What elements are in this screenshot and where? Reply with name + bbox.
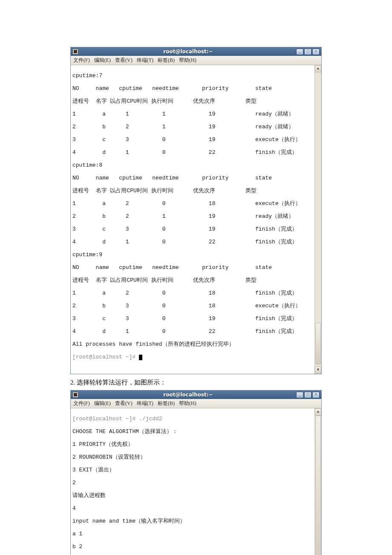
terminal-line: NO name cputime needtime priority state <box>72 175 313 181</box>
scroll-thumb[interactable] <box>315 323 321 365</box>
terminal-line: [root@localhost ~]# ./jcdd2 <box>72 416 313 422</box>
close-button[interactable]: × <box>312 392 320 398</box>
terminal-line: 1 a 2 0 18 execute（执行） <box>72 200 313 207</box>
menu-file[interactable]: 文件(F) <box>73 400 90 407</box>
close-button[interactable]: × <box>312 49 320 55</box>
terminal-line: cputime:7 <box>72 72 313 79</box>
terminal-line: NO name cputime needtime priority state <box>72 264 313 271</box>
window-controls: _ □ × <box>296 49 320 55</box>
menu-help[interactable]: 帮助(H) <box>179 400 196 407</box>
vertical-scrollbar[interactable]: ▲ ▼ <box>314 408 321 555</box>
terminal-line: 3 c 3 0 19 finish（完成） <box>72 315 313 322</box>
menu-terminal[interactable]: 终端(T) <box>137 57 153 64</box>
terminal-line: 2 b 2 1 19 ready（就绪） <box>72 124 313 130</box>
prompt-line: [root@localhost ~]# <box>72 354 313 360</box>
minimize-button[interactable]: _ <box>296 49 303 55</box>
vertical-scrollbar[interactable]: ▲ ▼ <box>314 65 321 374</box>
terminal-line: 4 d 1 0 22 finish（完成） <box>72 328 313 335</box>
scroll-thumb[interactable] <box>315 416 321 555</box>
caption-text: 2. 选择轮转算法运行，如图所示： <box>70 379 322 387</box>
terminal-line: cputime:9 <box>72 251 313 258</box>
titlebar[interactable]: root@localhost:~ _ □ × <box>71 47 321 56</box>
terminal-line: 2 ROUNDROBIN（设置轮转） <box>72 454 313 460</box>
terminal-line: 进程号 名字 以占用CPU时间 执行时间 优先次序 类型 <box>72 98 313 104</box>
terminal-line: 2 <box>72 480 313 486</box>
prompt: [root@localhost ~]# <box>72 354 139 360</box>
terminal-line: All processes have finished（所有的进程已经执行完毕） <box>72 341 313 347</box>
menu-tabs[interactable]: 标签(B) <box>158 57 175 64</box>
maximize-button[interactable]: □ <box>304 392 311 398</box>
terminal-line: 4 d 1 0 22 finish（完成） <box>72 149 313 156</box>
terminal-line: 请输入进程数 <box>72 492 313 499</box>
scroll-track[interactable] <box>315 72 321 367</box>
terminal-line: cputime:8 <box>72 162 313 168</box>
terminal-output[interactable]: [root@localhost ~]# ./jcdd2 CHOOSE THE A… <box>71 408 315 555</box>
terminal-window-1: root@localhost:~ _ □ × 文件(F) 编辑(E) 查看(V)… <box>70 47 322 374</box>
scroll-down-icon[interactable]: ▼ <box>315 367 321 374</box>
terminal-line: a 1 <box>72 531 313 537</box>
terminal-line: CHOOSE THE ALGORITHM（选择算法）： <box>72 428 313 435</box>
menu-edit[interactable]: 编辑(E) <box>94 400 111 407</box>
terminal-line: 1 a 2 0 18 finish（完成） <box>72 290 313 296</box>
terminal-line: b 2 <box>72 543 313 550</box>
menu-view[interactable]: 查看(V) <box>115 57 133 64</box>
terminal-line: input name and time（输入名字和时间） <box>72 518 313 524</box>
terminal-line: 1 PRIORITY（优先权） <box>72 441 313 448</box>
terminal-line: 3 c 3 0 19 execute（执行） <box>72 136 313 143</box>
scroll-up-icon[interactable]: ▲ <box>315 65 321 72</box>
minimize-button[interactable]: _ <box>296 392 303 398</box>
terminal-line: 4 <box>72 505 313 512</box>
window-controls: _ □ × <box>296 392 320 398</box>
menubar: 文件(F) 编辑(E) 查看(V) 终端(T) 标签(B) 帮助(H) <box>71 399 321 408</box>
terminal-line: 3 EXIT（退出） <box>72 467 313 473</box>
window-title: root@localhost:~ <box>80 392 296 398</box>
cursor-icon <box>139 355 142 360</box>
menu-help[interactable]: 帮助(H) <box>179 57 196 64</box>
terminal-line: 3 c 3 0 19 finish（完成） <box>72 226 313 232</box>
terminal-line: 2 b 2 1 19 ready（就绪） <box>72 213 313 220</box>
terminal-output[interactable]: cputime:7 NO name cputime needtime prior… <box>71 65 315 374</box>
maximize-button[interactable]: □ <box>304 49 311 55</box>
scroll-up-icon[interactable]: ▲ <box>315 408 321 416</box>
menu-tabs[interactable]: 标签(B) <box>158 400 175 407</box>
menu-edit[interactable]: 编辑(E) <box>94 57 111 64</box>
terminal-line: 进程号 名字 以占用CPU时间 执行时间 优先次序 类型 <box>72 188 313 194</box>
terminal-line: 进程号 名字 以占用CPU时间 执行时间 优先次序 类型 <box>72 277 313 283</box>
terminal-icon <box>72 392 78 398</box>
terminal-line: 4 d 1 0 22 finish（完成） <box>72 239 313 245</box>
scroll-track[interactable] <box>315 416 321 555</box>
terminal-line: 2 b 3 0 18 execute（执行） <box>72 303 313 309</box>
terminal-window-2: root@localhost:~ _ □ × 文件(F) 编辑(E) 查看(V)… <box>70 390 322 555</box>
terminal-icon <box>72 49 78 55</box>
menubar: 文件(F) 编辑(E) 查看(V) 终端(T) 标签(B) 帮助(H) <box>71 56 321 65</box>
window-title: root@localhost:~ <box>80 49 296 55</box>
terminal-line: 1 a 1 1 19 ready（就绪） <box>72 111 313 117</box>
menu-terminal[interactable]: 终端(T) <box>137 400 153 407</box>
menu-file[interactable]: 文件(F) <box>73 57 90 64</box>
menu-view[interactable]: 查看(V) <box>115 400 133 407</box>
titlebar[interactable]: root@localhost:~ _ □ × <box>71 390 321 399</box>
terminal-line: NO name cputime needtime priority state <box>72 85 313 92</box>
